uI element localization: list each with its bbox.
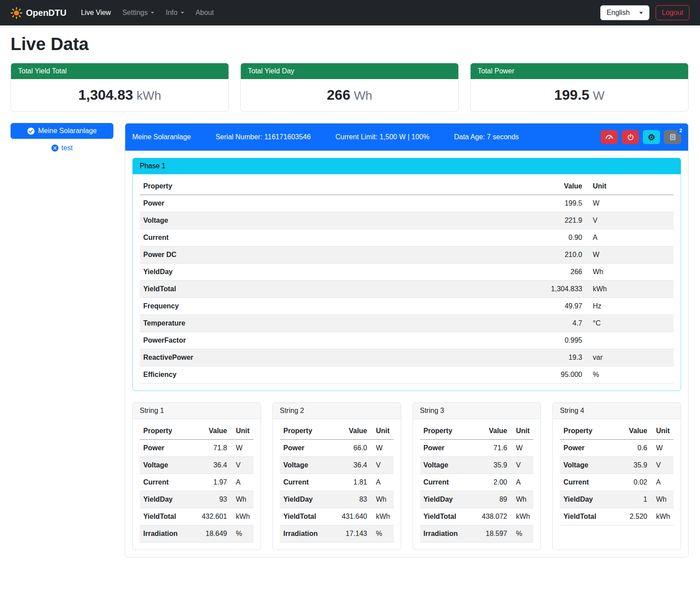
property-value: 1,304.833 xyxy=(520,281,586,298)
table-row: Voltage 36.4 V xyxy=(280,457,394,474)
property-value: 2.520 xyxy=(620,508,651,525)
nav-item-settings[interactable]: Settings xyxy=(116,5,160,20)
property-label: YieldDay xyxy=(560,491,620,508)
string-2-table: Property Value Unit Power xyxy=(280,423,394,543)
header-property: Property xyxy=(560,423,620,440)
summary-card-body: 199.5W xyxy=(471,79,688,111)
content-row: Meine Solaranlage test Meine Solaranlage… xyxy=(11,123,689,557)
property-label: Power xyxy=(560,440,620,457)
table-row: YieldTotal 432.601 kWh xyxy=(140,508,254,525)
table-row: YieldDay 89 Wh xyxy=(420,491,534,508)
property-label: Frequency xyxy=(140,298,520,315)
summary-card-total-yield-total: Total Yield Total 1,304.83kWh xyxy=(11,63,229,112)
summary-card-total-power: Total Power 199.5W xyxy=(470,63,689,112)
property-unit: V xyxy=(231,457,254,474)
property-unit: V xyxy=(651,457,674,474)
property-label: Power xyxy=(280,440,338,457)
property-label: YieldDay xyxy=(280,491,338,508)
string-3-card: String 3 Property Value Unit xyxy=(413,402,541,550)
phase-1-panel: Phase 1 Property Value Unit xyxy=(132,158,681,391)
property-unit: kWh xyxy=(231,508,254,525)
property-label: PowerFactor xyxy=(140,332,520,349)
nav-item-about[interactable]: About xyxy=(190,5,220,20)
table-row: Power 71.8 W xyxy=(140,440,254,457)
property-value: 0.995 xyxy=(520,332,586,349)
property-label: Current xyxy=(280,474,338,491)
power-button[interactable] xyxy=(622,130,639,144)
table-row: YieldTotal 438.072 kWh xyxy=(420,508,534,525)
limit-settings-button[interactable] xyxy=(601,130,618,144)
inverter-card: Meine Solaranlage Serial Number: 1161716… xyxy=(125,123,689,557)
nav-item-label: Live View xyxy=(81,9,111,17)
table-row: Current 0.90 A xyxy=(140,229,674,246)
language-select[interactable]: English xyxy=(600,5,649,20)
property-unit: % xyxy=(231,525,254,543)
property-value: 221.9 xyxy=(520,212,586,229)
property-unit: % xyxy=(371,525,394,543)
property-unit: V xyxy=(371,457,394,474)
nav-item-live-view[interactable]: Live View xyxy=(75,5,116,20)
property-label: Current xyxy=(560,474,620,491)
inverter-actions: 2 xyxy=(601,130,681,144)
property-unit: % xyxy=(586,366,674,384)
table-header: Property Value Unit xyxy=(280,423,394,440)
inverter-sidebar: Meine Solaranlage test xyxy=(11,123,113,152)
property-unit: Hz xyxy=(586,298,674,315)
table-row: Power 0.6 W xyxy=(560,440,674,457)
logout-button[interactable]: Logout xyxy=(656,5,689,20)
header-unit: Unit xyxy=(511,423,533,440)
table-row: PowerFactor 0.995 xyxy=(140,332,674,349)
property-value: 0.02 xyxy=(620,474,651,491)
property-label: Power xyxy=(420,440,479,457)
property-value: 210.0 xyxy=(520,246,586,264)
property-value: 19.3 xyxy=(520,349,586,366)
property-value: 36.4 xyxy=(338,457,371,474)
summary-card-body: 1,304.83kWh xyxy=(11,79,228,111)
property-value: 36.4 xyxy=(198,457,231,474)
string-1-card: String 1 Property Value Unit xyxy=(132,402,261,550)
device-info-button[interactable] xyxy=(643,130,660,144)
property-unit: W xyxy=(371,440,394,457)
string-4-card: String 4 Property Value Unit xyxy=(552,402,681,550)
table-row: Voltage 35.9 V xyxy=(560,457,674,474)
string-table-body: Power 71.8 W Voltage 36.4 V xyxy=(140,440,254,543)
inverter-select-button[interactable]: Meine Solaranlage xyxy=(11,123,113,139)
property-label: Irradiation xyxy=(420,525,479,543)
property-value: 49.97 xyxy=(520,298,586,315)
property-value: 95.000 xyxy=(520,366,586,384)
property-label: Temperature xyxy=(140,315,520,332)
property-unit: A xyxy=(511,474,533,491)
summary-card-total-yield-day: Total Yield Day 266Wh xyxy=(240,63,459,112)
event-log-button[interactable]: 2 xyxy=(664,130,681,144)
property-value: 1.97 xyxy=(198,474,231,491)
summary-card-unit: Wh xyxy=(354,89,372,102)
header-value: Value xyxy=(478,423,511,440)
property-value: 35.9 xyxy=(620,457,651,474)
inverter-card-header: Meine Solaranlage Serial Number: 1161716… xyxy=(125,123,688,151)
inverter-limit: Current Limit: 1,500 W | 100% xyxy=(335,133,429,141)
inverter-serial: Serial Number: 116171603546 xyxy=(215,133,311,141)
table-row: Current 1.97 A xyxy=(140,474,254,491)
table-row: Power DC 210.0 W xyxy=(140,246,674,264)
nav-item-info[interactable]: Info xyxy=(160,5,190,20)
property-unit: W xyxy=(511,440,533,457)
property-unit: kWh xyxy=(651,508,674,525)
table-header: Property Value Unit xyxy=(420,423,534,440)
test-inverter-label: test xyxy=(62,144,73,152)
property-unit: W xyxy=(651,440,674,457)
brand-label: OpenDTU xyxy=(26,8,66,18)
property-unit: W xyxy=(586,195,674,212)
header-value: Value xyxy=(520,178,586,195)
test-inverter-link[interactable]: test xyxy=(11,144,113,152)
x-circle-icon xyxy=(51,145,58,152)
brand[interactable]: OpenDTU xyxy=(11,7,66,19)
string-4-title: String 4 xyxy=(553,403,681,419)
property-value: 432.601 xyxy=(198,508,231,525)
nav-item-label: Settings xyxy=(122,9,148,17)
table-row: Voltage 221.9 V xyxy=(140,212,674,229)
phase-1-table: Property Value Unit Power xyxy=(140,178,674,384)
property-label: Irradiation xyxy=(140,525,198,543)
property-label: Voltage xyxy=(140,212,520,229)
table-header: Property Value Unit xyxy=(140,423,254,440)
page-container: Live Data Total Yield Total 1,304.83kWh … xyxy=(0,25,700,568)
